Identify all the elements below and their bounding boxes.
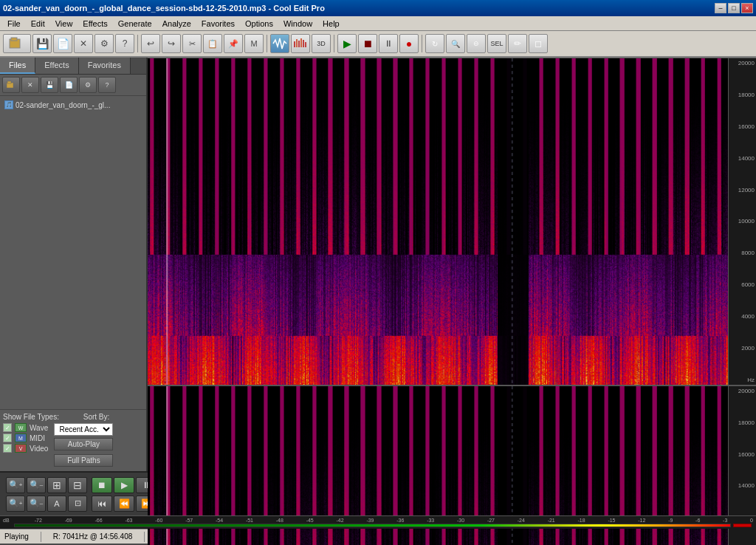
zoom-reset-btn[interactable]: ⊡ — [68, 496, 87, 512]
db-label-48: -48 — [276, 518, 284, 523]
auto-play-button[interactable]: Auto-Play — [54, 438, 113, 450]
toolbar-paste[interactable]: 📌 — [224, 34, 243, 53]
stop-button[interactable]: ⏹ — [92, 477, 112, 493]
file-types-list: ✓ W Wave ✓ M MIDI ✓ V Video — [3, 423, 48, 454]
toolbar-cut[interactable]: ✂ — [182, 34, 202, 53]
toolbar-redo[interactable]: ↪ — [162, 34, 181, 53]
toolbar-waveform[interactable] — [270, 34, 289, 53]
toolbar-settings[interactable]: ⚙ — [94, 34, 114, 53]
panel-saveas-btn[interactable]: 📄 — [60, 77, 78, 93]
panel-settings-btn[interactable]: ⚙ — [79, 77, 97, 93]
close-button[interactable]: × — [741, 3, 753, 13]
toolbar-save[interactable]: 💾 — [32, 34, 52, 53]
toolbar-close[interactable]: ✕ — [74, 34, 93, 53]
db-label-12: -12 — [638, 518, 645, 523]
file-item[interactable]: 🎵 02-sander_van_doorn_-_gl... — [3, 99, 143, 111]
file-name: 02-sander_van_doorn_-_gl... — [16, 101, 110, 109]
toolbar-loop[interactable]: ↻ — [425, 34, 444, 53]
svg-rect-6 — [303, 40, 304, 47]
zoom-auto-btn[interactable]: A — [47, 496, 66, 512]
file-icon: 🎵 — [4, 100, 13, 109]
db-label-3: -3 — [723, 518, 727, 523]
panel-save-btn[interactable]: 💾 — [41, 77, 58, 93]
sort-dropdown[interactable]: Recent Acc... Name Date Size — [54, 423, 113, 436]
toolbar-rec[interactable]: ● — [399, 34, 419, 53]
panel-open-btn[interactable] — [2, 77, 20, 93]
toolbar-zoom-in[interactable]: 🔍 — [446, 34, 465, 53]
menu-file[interactable]: File — [3, 18, 25, 30]
zoom-sel-btn[interactable]: ⊟ — [68, 477, 87, 493]
zoom-out-btn[interactable]: 🔍– — [27, 477, 46, 493]
toolbar-open[interactable] — [3, 34, 31, 53]
menu-edit[interactable]: Edit — [27, 18, 49, 30]
toolbar-spectrum[interactable] — [291, 34, 310, 53]
show-file-types-label: Show File Types: Sort By: — [3, 413, 143, 421]
svg-rect-7 — [305, 42, 306, 47]
play-button[interactable]: ▶ — [114, 477, 134, 493]
channels-container: 20000 18000 16000 14000 12000 10000 8000… — [148, 58, 756, 545]
toolbar-play[interactable]: ▶ — [337, 34, 357, 53]
vu-meter-bar — [14, 524, 731, 527]
maximize-button[interactable]: □ — [728, 3, 740, 13]
toolbar-mix[interactable]: M — [244, 34, 264, 53]
zoom-vert-out-btn[interactable]: 🔍– — [27, 496, 46, 512]
zoom-in-btn[interactable]: 🔍+ — [6, 477, 25, 493]
menu-window[interactable]: Window — [279, 18, 317, 30]
video-checkbox[interactable]: ✓ — [3, 444, 12, 453]
menu-help[interactable]: Help — [318, 18, 344, 30]
toolbar: 💾 📄 ✕ ⚙ ? ↩ ↪ ✂ 📋 📌 M 3D ▶ ⏹ ⏸ ● ↻ 🔍 ⊖ S… — [0, 31, 756, 58]
status-playing: Playing — [4, 532, 29, 541]
menu-analyze[interactable]: Analyze — [158, 18, 196, 30]
tab-effects[interactable]: Effects — [35, 58, 78, 74]
vu-bar: dB -72 -69 -66 -63 -60 -57 -54 -51 -48 -… — [0, 515, 756, 529]
menu-view[interactable]: View — [51, 18, 78, 30]
toolbar-copy[interactable]: 📋 — [203, 34, 222, 53]
file-type-wave: ✓ W Wave — [3, 423, 48, 432]
panel-help-btn[interactable]: ? — [98, 77, 116, 93]
rewind-button[interactable]: ⏪ — [114, 496, 134, 512]
toolbar-stop[interactable]: ⏹ — [358, 34, 377, 53]
goto-start-button[interactable]: ⏮ — [92, 496, 112, 512]
toolbar-pause[interactable]: ⏸ — [379, 34, 398, 53]
db-label-72: -72 — [35, 518, 42, 523]
toolbar-zoom-out[interactable]: ⊖ — [467, 34, 486, 53]
toolbar-sep3 — [334, 35, 334, 52]
toolbar-undo[interactable]: ↩ — [141, 34, 160, 53]
status-freq: R: 7041Hz @ 14:56.408 — [53, 532, 132, 541]
full-paths-button[interactable]: Full Paths — [54, 454, 113, 467]
file-type-video: ✓ V Video — [3, 444, 48, 453]
toolbar-3d[interactable]: 3D — [312, 34, 331, 53]
zoom-full-btn[interactable]: ⊞ — [47, 477, 66, 493]
minimize-button[interactable]: – — [715, 3, 726, 13]
spectrogram-area: 20000 18000 16000 14000 12000 10000 8000… — [148, 58, 756, 471]
toolbar-help[interactable]: ? — [115, 34, 134, 53]
toolbar-erase[interactable]: ◻ — [529, 34, 548, 53]
menu-favorites[interactable]: Favorites — [197, 18, 239, 30]
toolbar-sel[interactable]: SEL — [487, 34, 506, 53]
db-label-36: -36 — [396, 518, 404, 523]
toolbar-save2[interactable]: 📄 — [53, 34, 72, 53]
menu-effects[interactable]: Effects — [78, 18, 111, 30]
toolbar-pencil[interactable]: ✏ — [508, 34, 527, 53]
midi-checkbox[interactable]: ✓ — [3, 433, 12, 442]
panel-tabs: Files Effects Favorites — [0, 58, 146, 75]
status-div-1 — [41, 532, 41, 542]
svg-rect-5 — [300, 38, 302, 47]
wave-checkbox[interactable]: ✓ — [3, 423, 12, 432]
db-label-54: -54 — [216, 518, 223, 523]
title-bar: 02-sander_van_doorn_-_global_dance_sessi… — [0, 0, 756, 16]
channel-1[interactable]: 20000 18000 16000 14000 12000 10000 8000… — [148, 58, 756, 386]
panel-close-btn[interactable]: ✕ — [21, 77, 39, 93]
svg-rect-1 — [11, 38, 17, 41]
video-icon: V — [15, 444, 27, 453]
menu-generate[interactable]: Generate — [114, 18, 157, 30]
midi-icon: M — [15, 433, 27, 442]
file-list: 🎵 02-sander_van_doorn_-_gl... — [0, 96, 146, 409]
toolbar-sep2 — [267, 35, 267, 52]
zoom-vert-in-btn[interactable]: 🔍+ — [6, 496, 25, 512]
tab-favorites[interactable]: Favorites — [79, 58, 131, 74]
menu-options[interactable]: Options — [241, 18, 278, 30]
zoom-row-1: 🔍+ 🔍– ⊞ ⊟ — [6, 477, 87, 493]
tab-files[interactable]: Files — [0, 58, 35, 74]
db-label-63: -63 — [125, 518, 132, 523]
